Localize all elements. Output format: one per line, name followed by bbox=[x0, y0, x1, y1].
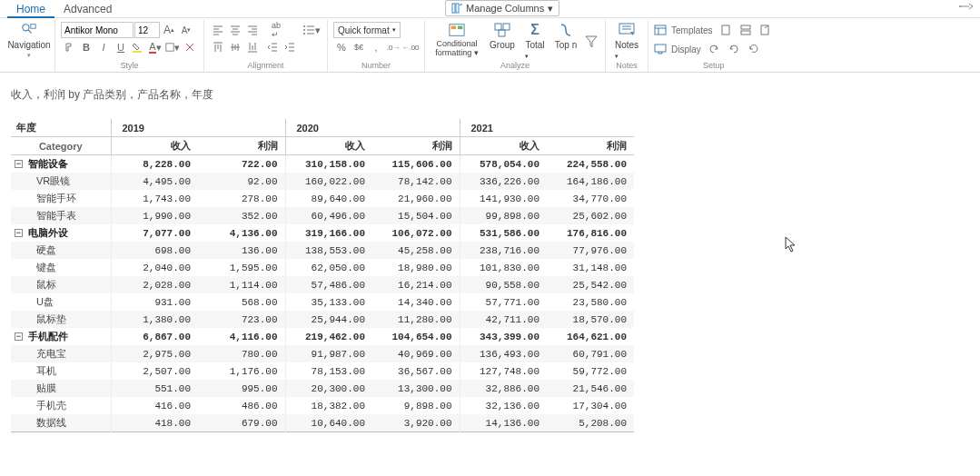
row-label[interactable]: 硬盘 bbox=[11, 242, 111, 259]
format-painter-icon[interactable] bbox=[61, 39, 77, 55]
collapse-icon[interactable]: − bbox=[15, 332, 23, 341]
comma-icon[interactable]: , bbox=[368, 39, 384, 55]
data-cell[interactable]: 57,486.00 bbox=[285, 276, 372, 293]
data-cell[interactable]: 531,586.00 bbox=[460, 224, 547, 242]
display-button[interactable]: Display bbox=[670, 41, 702, 57]
clear-format-icon[interactable] bbox=[182, 39, 198, 55]
row-label[interactable]: −电脑外设 bbox=[11, 224, 111, 242]
item-row[interactable]: 键盘2,040.001,595.0062,050.0018,980.00101,… bbox=[11, 259, 634, 276]
data-cell[interactable]: 1,743.00 bbox=[111, 190, 198, 207]
row-label[interactable]: 键盘 bbox=[11, 259, 111, 276]
data-cell[interactable]: 89,640.00 bbox=[285, 190, 372, 207]
data-cell[interactable]: 78,153.00 bbox=[285, 362, 372, 380]
quick-format-select[interactable]: Quick format▾ bbox=[333, 22, 401, 38]
data-cell[interactable]: 32,886.00 bbox=[460, 380, 547, 397]
data-cell[interactable]: 21,960.00 bbox=[372, 190, 460, 207]
data-cell[interactable]: 4,495.00 bbox=[111, 173, 198, 190]
italic-button[interactable]: I bbox=[95, 39, 112, 55]
group-button[interactable]: Group bbox=[487, 22, 518, 50]
data-cell[interactable]: 352.00 bbox=[198, 207, 285, 224]
data-cell[interactable]: 418.00 bbox=[111, 414, 198, 432]
data-cell[interactable]: 92.00 bbox=[198, 173, 285, 190]
item-row[interactable]: 充电宝2,975.00780.0091,987.0040,969.00136,4… bbox=[11, 345, 634, 362]
undo-icon[interactable] bbox=[706, 41, 722, 57]
row-label[interactable]: 智能手环 bbox=[11, 190, 111, 207]
item-row[interactable]: 硬盘698.00136.00138,553.0045,258.00238,716… bbox=[11, 242, 634, 259]
data-cell[interactable]: 25,542.00 bbox=[547, 276, 634, 293]
increase-decimal-icon[interactable]: ←.00 bbox=[402, 39, 419, 55]
data-cell[interactable]: 78,142.00 bbox=[372, 173, 460, 190]
data-cell[interactable]: 115,606.00 bbox=[372, 155, 460, 174]
row-label[interactable]: 鼠标垫 bbox=[11, 311, 111, 328]
data-cell[interactable]: 20,300.00 bbox=[285, 380, 372, 397]
underline-button[interactable]: U bbox=[113, 39, 129, 55]
data-cell[interactable]: 164,186.00 bbox=[547, 173, 634, 190]
top-n-button[interactable]: Top n bbox=[552, 22, 579, 50]
row-label[interactable]: 智能手表 bbox=[11, 207, 111, 224]
refresh-icon[interactable] bbox=[746, 41, 762, 57]
data-cell[interactable]: 40,969.00 bbox=[372, 345, 460, 362]
conditional-formatting-button[interactable]: Conditional formatting ▾ bbox=[431, 22, 483, 58]
row-label[interactable]: U盘 bbox=[11, 293, 111, 311]
data-cell[interactable]: 7,077.00 bbox=[111, 224, 198, 242]
tab-advanced[interactable]: Advanced bbox=[54, 0, 121, 18]
data-cell[interactable]: 136.00 bbox=[198, 242, 285, 259]
data-cell[interactable]: 45,258.00 bbox=[372, 242, 460, 259]
data-cell[interactable]: 14,340.00 bbox=[372, 293, 460, 311]
notes-button[interactable]: Notes▾ bbox=[611, 22, 642, 60]
manage-columns-button[interactable]: Manage Columns ▾ bbox=[445, 0, 559, 16]
data-cell[interactable]: 18,382.00 bbox=[285, 397, 372, 414]
data-cell[interactable]: 13,300.00 bbox=[372, 380, 460, 397]
item-row[interactable]: 智能手环1,743.00278.0089,640.0021,960.00141,… bbox=[11, 190, 634, 207]
data-cell[interactable]: 35,133.00 bbox=[285, 293, 372, 311]
navigation-button[interactable]: Navigation ▾ bbox=[9, 22, 49, 59]
item-row[interactable]: 鼠标2,028.001,114.0057,486.0016,214.0090,5… bbox=[11, 276, 634, 293]
item-row[interactable]: 贴膜551.00995.0020,300.0013,300.0032,886.0… bbox=[11, 380, 634, 397]
data-cell[interactable]: 931.00 bbox=[111, 293, 198, 311]
data-cell[interactable]: 21,546.00 bbox=[547, 380, 634, 397]
category-row[interactable]: −手机配件6,867.004,116.00219,462.00104,654.0… bbox=[11, 328, 634, 345]
data-cell[interactable]: 101,830.00 bbox=[460, 259, 547, 276]
bold-button[interactable]: B bbox=[78, 39, 94, 55]
data-cell[interactable]: 62,050.00 bbox=[285, 259, 372, 276]
data-cell[interactable]: 2,507.00 bbox=[111, 362, 198, 380]
data-cell[interactable]: 25,602.00 bbox=[547, 207, 634, 224]
collapse-icon[interactable]: − bbox=[15, 229, 23, 237]
align-center-icon[interactable] bbox=[227, 22, 243, 38]
row-label[interactable]: VR眼镜 bbox=[11, 173, 111, 190]
item-row[interactable]: 耳机2,507.001,176.0078,153.0036,567.00127,… bbox=[11, 362, 634, 380]
category-row[interactable]: −智能设备8,228.00722.00310,158.00115,606.005… bbox=[11, 155, 634, 174]
data-cell[interactable]: 23,580.00 bbox=[547, 293, 634, 311]
data-cell[interactable]: 5,208.00 bbox=[547, 414, 634, 432]
decrease-decimal-icon[interactable]: .0→ bbox=[385, 39, 401, 55]
redo-icon[interactable] bbox=[726, 41, 742, 57]
data-cell[interactable]: 31,148.00 bbox=[547, 259, 634, 276]
data-cell[interactable]: 278.00 bbox=[198, 190, 285, 207]
tab-home[interactable]: Home bbox=[7, 0, 54, 18]
row-label[interactable]: 充电宝 bbox=[11, 345, 111, 362]
data-cell[interactable]: 57,771.00 bbox=[460, 293, 547, 311]
data-cell[interactable]: 136,493.00 bbox=[460, 345, 547, 362]
data-cell[interactable]: 416.00 bbox=[111, 397, 198, 414]
metric-header[interactable]: 收入 bbox=[111, 137, 198, 155]
align-bottom-icon[interactable] bbox=[244, 39, 261, 55]
metric-header[interactable]: 收入 bbox=[285, 137, 372, 155]
data-cell[interactable]: 10,640.00 bbox=[285, 414, 372, 432]
data-cell[interactable]: 16,214.00 bbox=[372, 276, 460, 293]
data-cell[interactable]: 11,280.00 bbox=[372, 311, 460, 328]
year-header[interactable]: 2019 bbox=[111, 119, 285, 137]
percent-icon[interactable]: % bbox=[333, 39, 350, 55]
metric-header[interactable]: 利润 bbox=[198, 137, 285, 155]
bullets-icon[interactable]: ▾ bbox=[302, 22, 322, 38]
data-cell[interactable]: 319,166.00 bbox=[285, 224, 372, 242]
align-right-icon[interactable] bbox=[244, 22, 261, 38]
data-cell[interactable]: 568.00 bbox=[198, 293, 285, 311]
data-cell[interactable]: 1,380.00 bbox=[111, 311, 198, 328]
data-cell[interactable]: 679.00 bbox=[198, 414, 285, 432]
row-label[interactable]: −手机配件 bbox=[11, 328, 111, 345]
data-cell[interactable]: 238,716.00 bbox=[460, 242, 547, 259]
data-cell[interactable]: 32,136.00 bbox=[460, 397, 547, 414]
data-cell[interactable]: 60,791.00 bbox=[547, 345, 634, 362]
metric-header[interactable]: 利润 bbox=[547, 137, 634, 155]
data-cell[interactable]: 1,990.00 bbox=[111, 207, 198, 224]
